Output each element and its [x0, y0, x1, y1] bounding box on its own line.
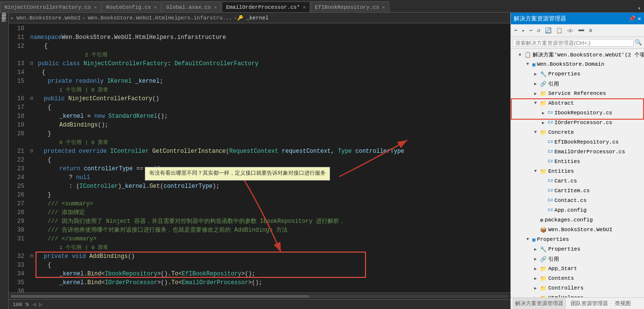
- horizontal-scrollbar[interactable]: [9, 292, 510, 299]
- tree-ref-1[interactable]: ▶ 🔗 引用: [511, 79, 644, 89]
- cartitem-label: Contact.cs: [555, 198, 587, 203]
- tree-appdata[interactable]: ▶ 📁 App_Start: [511, 264, 644, 273]
- zoom-level: 100 %: [13, 302, 29, 308]
- tab-route[interactable]: RouteConfig.cs ✕: [102, 1, 161, 12]
- tab-email[interactable]: EmailOrderProcessor.cs* ✕: [222, 1, 310, 12]
- domain-project-label: Wen.BooksStore.Domain: [537, 61, 605, 67]
- tree-ibook[interactable]: ▶ C# IbookRepository.cs: [511, 108, 644, 118]
- tree-controllers[interactable]: ▶ 📁 HtmlHelpers: [511, 293, 644, 297]
- tab-bar: NinjectControllerFactory.cs ✕ RouteConfi…: [0, 0, 644, 13]
- tab-close-efibook[interactable]: ✕: [382, 4, 385, 10]
- tree-webui-project[interactable]: ▼ ▣ Properties: [511, 235, 644, 244]
- tab-overflow[interactable]: ▾: [635, 5, 644, 12]
- editor[interactable]: 10 11 12 13 14 15 16 17 18 19 20 21 22: [9, 23, 510, 292]
- zoom-icon[interactable]: ◁ ▷: [33, 301, 42, 308]
- code-line-20: }: [28, 129, 510, 138]
- tab-global[interactable]: Global.asax.cs ✕: [162, 1, 221, 12]
- tab-label: NinjectControllerFactory.cs: [4, 4, 91, 10]
- solution-explorer-header: 解决方案资源管理器 📌 ✕: [511, 13, 644, 24]
- code-line-28: /// 添加绑定: [28, 208, 510, 217]
- left-sidebar: 调试 资源 错误 输出: [0, 13, 9, 309]
- tree-entities[interactable]: ▼ 📁 Entities: [511, 166, 644, 176]
- fold-13[interactable]: ⊟: [30, 59, 33, 68]
- tree-book[interactable]: C# Cart.cs: [511, 176, 644, 186]
- tab-close-ninject[interactable]: ✕: [94, 4, 97, 10]
- breadcrumb-member[interactable]: _kernel: [244, 15, 270, 21]
- tab-label: EmailOrderProcessor.cs*: [226, 4, 300, 10]
- fold-16[interactable]: ⊟: [30, 94, 33, 103]
- tree-cart[interactable]: C# CartItem.cs: [511, 186, 644, 196]
- bottom-tab-solution[interactable]: 解决方案资源管理器: [513, 298, 566, 309]
- tab-label: EfIBookRepository.cs: [315, 4, 379, 10]
- appconfig-label: packages.config: [545, 217, 593, 223]
- tree-arrow-prop1: ▶: [534, 72, 540, 77]
- toolbar-collapse[interactable]: ➖: [576, 27, 586, 34]
- tree-cartitem[interactable]: C# Contact.cs: [511, 196, 644, 205]
- toolbar-nav[interactable]: ◁▷: [566, 27, 575, 34]
- code-line-13: ⊟public class NinjectControllerFactory: …: [28, 59, 510, 68]
- tree-contact[interactable]: C# App.config: [511, 205, 644, 215]
- tree-domain-project[interactable]: ▼ ▣ Wen.BooksStore.Domain: [511, 59, 644, 69]
- pin-icon[interactable]: 📌: [628, 15, 636, 22]
- toolbar-refresh[interactable]: ↺: [536, 27, 542, 34]
- fold-32[interactable]: ⊟: [30, 252, 33, 261]
- zoom-bar: 100 % ◁ ▷: [9, 299, 510, 309]
- tab-close-global[interactable]: ✕: [214, 4, 217, 10]
- tab-close-email[interactable]: ✕: [303, 4, 306, 10]
- breadcrumb-namespace[interactable]: Wen.BooksStore.WebUI.HtmlHelpers.infarst…: [86, 15, 234, 21]
- solution-explorer-panel: 解决方案资源管理器 📌 ✕ ⬅ ▸ ↩ ↺ 🔄 📋 ◁▷ ➖ ⚙ 🔍 ▲: [510, 13, 644, 309]
- contact-label: App.config: [555, 207, 587, 213]
- code-line-21: ⊟protected override IController GetContr…: [28, 147, 510, 156]
- tab-efibook[interactable]: EfIBookRepository.cs ✕: [311, 1, 389, 12]
- bottom-tab-class[interactable]: 类视图: [613, 299, 633, 308]
- tree-arrow-concrete: ▼: [534, 130, 540, 135]
- code-line-31: /// </summary>: [28, 235, 510, 243]
- header-controls: 📌 ✕: [628, 15, 641, 22]
- bottom-tab-team[interactable]: 团队资源管理器: [569, 299, 610, 308]
- toolbar-forward[interactable]: ▸: [521, 27, 527, 34]
- code-line-10: [28, 24, 510, 33]
- book-label: Cart.cs: [555, 178, 577, 184]
- tree-solution-root[interactable]: ▲ 📋 解决方案'Wen.BooksStore.WebUI'(2 个项目): [511, 50, 644, 59]
- tree-properties-2[interactable]: ▶ 🔧 Properties: [511, 244, 644, 254]
- tree-efibook-repo[interactable]: C# EmailOrderProcessor.cs: [511, 147, 644, 157]
- breadcrumb-project[interactable]: Wen.BooksStore.WebUI: [15, 15, 83, 21]
- search-input[interactable]: [513, 39, 634, 47]
- tree-abstract[interactable]: ▼ 📁 Abstract: [511, 98, 644, 108]
- tree-arrow-svcref: ▶: [534, 91, 540, 96]
- tree-ref-2[interactable]: ▶ 🔗 引用: [511, 254, 644, 264]
- search-icon[interactable]: 🔍: [635, 39, 642, 46]
- close-icon[interactable]: ✕: [638, 15, 641, 22]
- code-line-24: ? null: [28, 173, 510, 182]
- code-line-27: /// <summary>: [28, 200, 510, 208]
- toolbar-reload[interactable]: 🔄: [543, 27, 553, 34]
- tab-ninject[interactable]: NinjectControllerFactory.cs ✕: [0, 1, 101, 12]
- solution-label: 解决方案'Wen.BooksStore.WebUI'(2 个项目): [533, 51, 644, 58]
- tree-iorder[interactable]: ▶ C# IOrderProcessor.cs: [511, 118, 644, 127]
- code-content[interactable]: namespace Wen.BooksStore.WebUI.HtmlHelpe…: [28, 23, 510, 292]
- cart-label: CartItem.cs: [555, 188, 590, 194]
- tree-efdbcontext[interactable]: C# EfIBookRepository.cs: [511, 137, 644, 147]
- toolbar-copy[interactable]: 📋: [555, 27, 564, 34]
- code-line-hint1b: 1 个引用 | 0 异常: [28, 243, 510, 252]
- iorder-label: IOrderProcessor.cs: [555, 120, 612, 126]
- tree-appconfig[interactable]: ⚙ packages.config: [511, 215, 644, 225]
- breadcrumb: ▸ Wen.BooksStore.WebUI ▸ Wen.BooksStore.…: [9, 13, 510, 23]
- tree-arrow-iorder: ▶: [542, 120, 548, 126]
- tree-pkgconfig[interactable]: 📦 Wen.BooksStore.WebUI: [511, 225, 644, 235]
- code-line-29: /// 因为我们使用了 Ninject 容器，并且需要对控制器中的构造函数中的参…: [28, 217, 510, 226]
- fold-21[interactable]: ⊟: [30, 147, 33, 156]
- tree-properties-1[interactable]: ▶ 🔧 Properties: [511, 69, 644, 79]
- tree-arrow-abstract: ▼: [534, 101, 540, 106]
- tree-concrete[interactable]: ▼ 📁 Concrete: [511, 127, 644, 137]
- code-line-hint0: 0 个引用 | 0 异常: [28, 138, 510, 147]
- tree-appstart[interactable]: ▶ 📁 Contents: [511, 273, 644, 283]
- tab-close-route[interactable]: ✕: [154, 4, 157, 10]
- tree-emailorder[interactable]: C# Entities: [511, 157, 644, 166]
- tab-label: RouteConfig.cs: [106, 4, 151, 10]
- tree-contents[interactable]: ▶ 📁 Controllers: [511, 283, 644, 293]
- toolbar-settings[interactable]: ⚙: [588, 27, 594, 34]
- tree-service-refs[interactable]: ▶ 📁 Service References: [511, 89, 644, 98]
- toolbar-back[interactable]: ⬅: [513, 27, 519, 34]
- toolbar-sync[interactable]: ↩: [528, 27, 534, 34]
